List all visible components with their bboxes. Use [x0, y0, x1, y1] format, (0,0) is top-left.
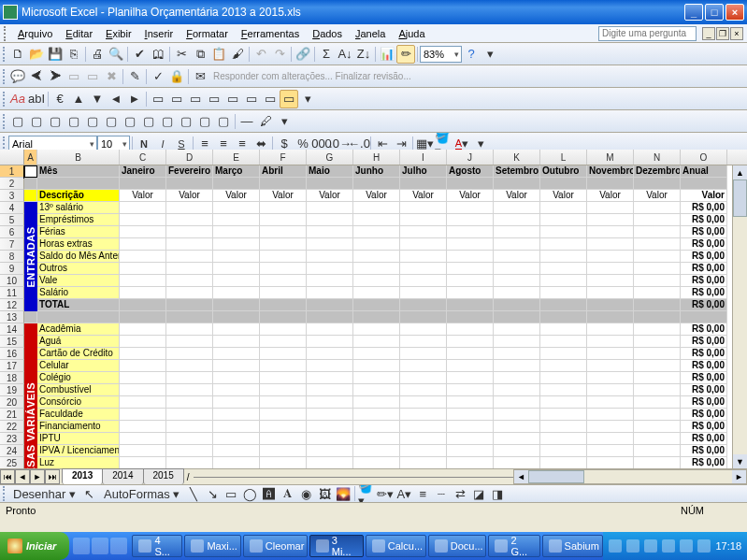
cell[interactable]	[587, 323, 634, 336]
cell[interactable]	[587, 457, 634, 468]
cell[interactable]	[587, 360, 634, 372]
cell[interactable]	[260, 384, 307, 396]
sheet-tab[interactable]: 2015	[143, 468, 184, 484]
cell[interactable]: R$ 0,00	[681, 275, 727, 287]
cell[interactable]	[260, 251, 307, 263]
cell[interactable]	[540, 457, 587, 468]
taskbar-button[interactable]: 2 G...	[488, 535, 539, 557]
cell[interactable]	[494, 372, 540, 384]
taskbar-button[interactable]: 4 S...	[132, 535, 182, 557]
toolbar-handle[interactable]	[3, 69, 6, 84]
cell[interactable]	[260, 287, 307, 299]
column-header[interactable]: J	[447, 150, 494, 165]
cell[interactable]	[213, 202, 260, 214]
cell[interactable]	[120, 323, 166, 336]
cell[interactable]	[400, 360, 447, 372]
cell[interactable]	[307, 372, 353, 384]
cell[interactable]: R$ 0,00	[681, 445, 727, 457]
tray-icon[interactable]	[644, 539, 657, 553]
next-comment-icon[interactable]: ⮞	[46, 67, 65, 86]
tray-icon[interactable]	[609, 539, 622, 553]
cell[interactable]	[120, 433, 166, 445]
menu-inserir[interactable]: Inserir	[138, 26, 180, 41]
cell[interactable]	[587, 202, 634, 214]
cell[interactable]: Dezembro	[634, 165, 681, 178]
cell[interactable]: Janeiro	[120, 165, 166, 178]
cell[interactable]	[494, 360, 540, 372]
tab-nav-next-icon[interactable]: ►	[30, 469, 45, 484]
cell[interactable]	[120, 409, 166, 421]
border-icon[interactable]: ▢	[158, 112, 177, 131]
row-header[interactable]: 17	[0, 360, 24, 372]
row-header[interactable]: 4	[0, 202, 24, 214]
doc-restore-button[interactable]: ❐	[716, 27, 729, 40]
cell[interactable]	[634, 226, 681, 238]
cell[interactable]	[213, 214, 260, 226]
cell[interactable]: Luz	[37, 457, 120, 468]
tab-nav-prev-icon[interactable]: ◄	[15, 469, 30, 484]
cell[interactable]	[213, 445, 260, 457]
doc-close-button[interactable]: ×	[730, 27, 743, 40]
cell[interactable]	[447, 433, 494, 445]
cell[interactable]: R$ 0,00	[681, 421, 727, 433]
cell[interactable]	[260, 348, 307, 360]
cell[interactable]	[166, 445, 213, 457]
cell[interactable]	[587, 421, 634, 433]
cell[interactable]	[540, 202, 587, 214]
forms-icon[interactable]: ▭	[186, 90, 205, 108]
cell[interactable]	[540, 433, 587, 445]
cell[interactable]	[307, 178, 353, 190]
cell[interactable]	[540, 251, 587, 263]
cell[interactable]: R$ 0,00	[681, 433, 727, 445]
cell[interactable]	[540, 348, 587, 360]
cell[interactable]	[494, 238, 540, 251]
cell[interactable]	[634, 457, 681, 468]
cell[interactable]	[120, 263, 166, 275]
cell[interactable]	[447, 178, 494, 190]
cell[interactable]: Valor	[120, 190, 166, 202]
scroll-up-icon[interactable]: ▲	[733, 165, 747, 179]
cell[interactable]: R$ 0,00	[681, 238, 727, 251]
row-header[interactable]: 10	[0, 275, 24, 287]
cell[interactable]: R$ 0,00	[681, 360, 727, 372]
row-header[interactable]: 2	[0, 178, 24, 190]
cell[interactable]	[353, 323, 400, 336]
cell[interactable]	[166, 433, 213, 445]
cell[interactable]	[400, 409, 447, 421]
menu-editar[interactable]: Editar	[59, 26, 99, 41]
cell[interactable]	[307, 238, 353, 251]
cell[interactable]: TOTAL	[37, 299, 120, 311]
cell[interactable]	[494, 348, 540, 360]
new-icon[interactable]: 🗋	[8, 45, 27, 64]
cell[interactable]	[260, 409, 307, 421]
row-header[interactable]: 7	[0, 238, 24, 251]
cell[interactable]	[120, 457, 166, 468]
cell[interactable]	[166, 372, 213, 384]
cell[interactable]	[447, 287, 494, 299]
quicklaunch-icon[interactable]	[110, 538, 127, 554]
cell[interactable]	[494, 214, 540, 226]
taskbar-button[interactable]: Sabium	[542, 535, 603, 557]
cell[interactable]	[120, 360, 166, 372]
cell[interactable]	[400, 336, 447, 348]
cell[interactable]	[681, 311, 727, 323]
cell[interactable]: R$ 0,00	[681, 287, 727, 299]
cell[interactable]	[24, 190, 37, 202]
cell[interactable]	[400, 384, 447, 396]
fwd-icon[interactable]: ►	[125, 90, 144, 108]
cell[interactable]	[120, 299, 166, 311]
cell[interactable]	[120, 251, 166, 263]
cell[interactable]	[213, 384, 260, 396]
cell[interactable]	[540, 311, 587, 323]
cell[interactable]	[494, 445, 540, 457]
cell[interactable]	[540, 421, 587, 433]
font-color-icon[interactable]: A▾	[395, 484, 413, 502]
cell[interactable]	[634, 433, 681, 445]
cell[interactable]	[634, 202, 681, 214]
cell[interactable]	[540, 323, 587, 336]
cell[interactable]	[540, 238, 587, 251]
cell[interactable]	[213, 348, 260, 360]
cell[interactable]	[307, 251, 353, 263]
cell[interactable]	[213, 372, 260, 384]
cell[interactable]	[587, 384, 634, 396]
